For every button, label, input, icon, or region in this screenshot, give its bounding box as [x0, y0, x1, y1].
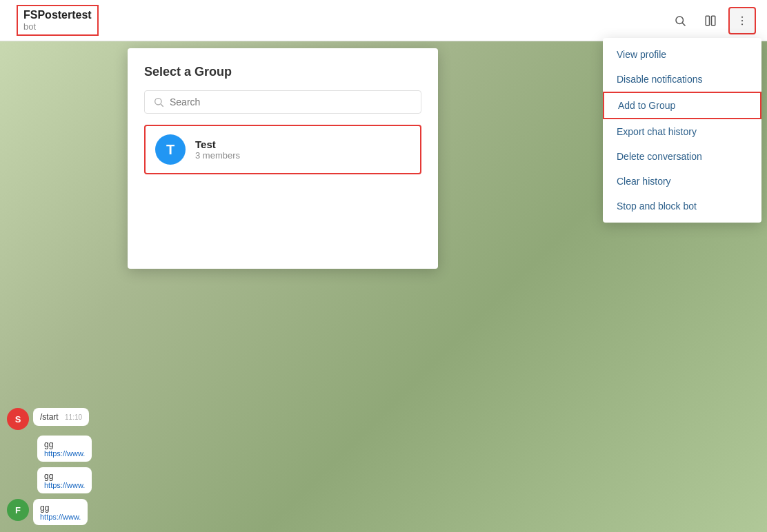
message-row: F gg https://www. [7, 499, 131, 525]
modal-title: Select a Group [144, 65, 421, 79]
group-list-item[interactable]: T Test 3 members [144, 125, 421, 174]
message-link[interactable]: https://www. [40, 513, 81, 521]
message-row: S /start 11:10 [7, 408, 131, 430]
message-link[interactable]: https://www. [44, 481, 85, 489]
search-input[interactable] [170, 96, 412, 108]
chat-name: FSPostertest [23, 9, 92, 21]
svg-rect-3 [712, 16, 715, 25]
columns-button[interactable] [698, 8, 723, 33]
svg-point-7 [155, 99, 161, 105]
group-members: 3 members [195, 150, 240, 161]
group-info: Test 3 members [195, 139, 240, 161]
topbar: FSPostertest bot [0, 0, 767, 41]
menu-item-export-chat[interactable]: Export chat history [603, 119, 761, 144]
svg-line-1 [682, 23, 685, 25]
message-bubble: gg https://www. [37, 436, 92, 462]
svg-point-5 [741, 19, 743, 21]
menu-item-view-profile[interactable]: View profile [603, 42, 761, 67]
svg-point-6 [741, 23, 743, 25]
select-group-modal: Select a Group T Test 3 members [128, 48, 438, 269]
topbar-icons [668, 7, 756, 34]
more-options-button[interactable] [728, 7, 756, 34]
message-bubble: /start 11:10 [33, 408, 89, 426]
message-text: gg [40, 503, 49, 513]
menu-item-clear-history[interactable]: Clear history [603, 169, 761, 194]
svg-point-0 [676, 17, 684, 24]
message-row: gg https://www. [7, 436, 131, 462]
avatar: F [7, 499, 29, 521]
message-link[interactable]: https://www. [44, 449, 85, 458]
svg-rect-2 [706, 16, 709, 25]
svg-point-4 [741, 16, 743, 17]
more-icon [736, 14, 748, 27]
chat-title-section: FSPostertest bot [17, 5, 99, 36]
menu-item-stop-block[interactable]: Stop and block bot [603, 194, 761, 218]
menu-item-delete-conversation[interactable]: Delete conversation [603, 144, 761, 169]
message-bubble: gg https://www. [33, 499, 88, 525]
message-text: gg [44, 440, 53, 449]
svg-line-8 [161, 104, 163, 107]
menu-item-add-to-group[interactable]: Add to Group [603, 92, 761, 119]
group-avatar: T [155, 134, 186, 165]
search-icon [674, 14, 686, 27]
columns-icon [704, 14, 717, 27]
message-text: gg [44, 471, 53, 481]
search-button[interactable] [668, 8, 693, 33]
context-menu: View profile Disable notifications Add t… [603, 38, 761, 223]
chat-subtitle: bot [23, 21, 92, 32]
search-box [144, 90, 421, 114]
avatar: S [7, 408, 29, 430]
group-name: Test [195, 139, 240, 150]
message-row: gg https://www. [7, 467, 131, 493]
message-bubble: gg https://www. [37, 467, 92, 493]
menu-item-disable-notifications[interactable]: Disable notifications [603, 67, 761, 92]
search-icon [153, 96, 164, 108]
message-text: /start [40, 412, 59, 422]
messages-list: S /start 11:10 gg https://www. gg https:… [0, 401, 138, 532]
message-time: 11:10 [65, 413, 82, 421]
